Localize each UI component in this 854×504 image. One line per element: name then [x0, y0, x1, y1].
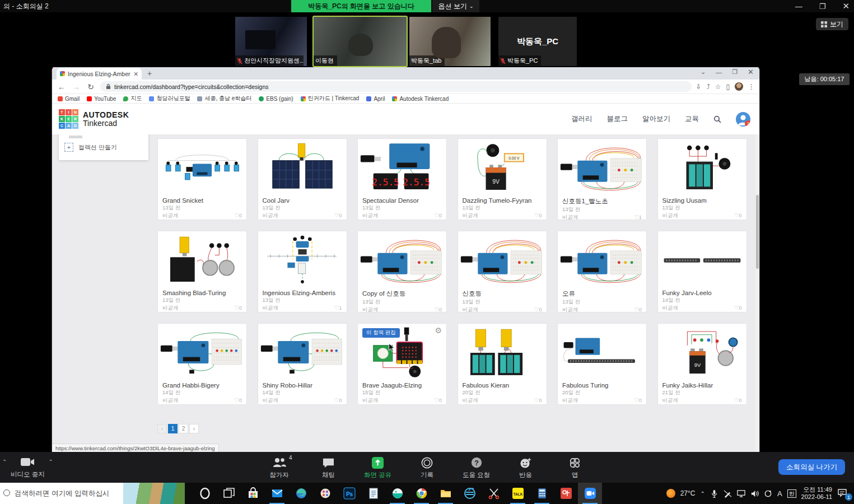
taskbar-app-ie[interactable] [458, 483, 482, 504]
design-card[interactable]: 오류13일 전비공개♡0 [557, 231, 647, 312]
bookmark-gmail[interactable]: Gmail [58, 96, 80, 102]
design-title[interactable]: Smashing Blad-Turing [162, 290, 242, 296]
apps-button[interactable]: 앱 [558, 456, 592, 479]
taskbar-app-chrome[interactable] [409, 483, 433, 504]
bookmark-chungdahm[interactable]: 청담러닝포털 [149, 95, 190, 102]
taskbar-app-kakaotalk[interactable] [506, 483, 530, 504]
design-card[interactable]: Ingenious Elzing-Amberis13일 전비공개♡1 [258, 231, 347, 312]
likes-count[interactable]: ♡0 [434, 397, 442, 404]
forward-button[interactable]: → [71, 82, 81, 91]
scrollbar-thumb[interactable] [756, 195, 759, 269]
bookmark-tinkercad[interactable]: 틴커카드 | Tinkercad [301, 95, 360, 102]
taskbar-app-notepad[interactable] [361, 483, 385, 504]
participant-video-active[interactable]: 이동현 [314, 17, 407, 66]
design-card[interactable]: 이 항목 편집⚙Brave Jaagub-Elzing15일 전비공개♡0 [357, 323, 447, 405]
taskbar-app-snip[interactable] [482, 483, 506, 504]
page-2-button[interactable]: 2 [179, 424, 188, 433]
design-card[interactable]: Smashing Blad-Turing13일 전비공개♡0 [157, 231, 247, 312]
browser-minimize-button[interactable]: — [716, 69, 722, 76]
tinkercad-logo[interactable]: TIN KER CAD [59, 109, 78, 129]
nav-education[interactable]: 교육 [685, 114, 699, 124]
back-button[interactable]: ← [57, 82, 67, 91]
nav-learn[interactable]: 알아보기 [642, 114, 670, 124]
page-scrollbar[interactable]: ▲ [755, 134, 759, 452]
bookmark-youtube[interactable]: YouTube [87, 96, 116, 102]
temperature-label[interactable]: 27°C [680, 489, 696, 497]
browser-profile-avatar[interactable] [735, 82, 743, 91]
design-title[interactable]: Ingenious Elzing-Amberis [263, 290, 342, 296]
browser-close-button[interactable]: ✕ [748, 68, 754, 76]
design-card[interactable]: Dazzling Tumelo-Fyyran13일 전비공개♡0 [458, 138, 547, 220]
design-title[interactable]: Funky Jaiks-Hillar [662, 382, 742, 389]
design-card[interactable]: Grand Snicket13일 전비공개♡0 [157, 138, 247, 220]
likes-count[interactable]: ♡0 [334, 397, 342, 404]
record-button[interactable]: 기록 [410, 456, 445, 479]
side-panel-icon[interactable]: ▯ [726, 83, 730, 91]
new-tab-button[interactable]: + [144, 68, 155, 79]
design-card[interactable]: 신호등13일 전비공개♡0 [458, 231, 547, 312]
likes-count[interactable]: ♡1 [634, 214, 642, 221]
profile-chevron-icon[interactable]: ⌄ [701, 68, 706, 76]
likes-count[interactable]: ♡0 [434, 212, 442, 220]
share-screen-button[interactable]: 화면 공유 [361, 456, 395, 479]
taskbar-app-opera[interactable] [193, 483, 217, 504]
bookmark-ebs[interactable]: EBS (gain) [259, 96, 293, 102]
design-title[interactable]: Sizzling Uusam [662, 197, 742, 204]
participant-video-off[interactable]: 박동욱_PC 박동욱_PC [498, 17, 577, 66]
design-title[interactable]: Copy of 신호등 [362, 290, 442, 298]
bookmark-autodesk-tinkercad[interactable]: Autodesk Tinkercad [392, 96, 449, 102]
design-card[interactable]: Shiny Robo-Hillar14일 전비공개♡0 [258, 323, 347, 405]
stop-video-button[interactable]: 비디오 중지 [8, 455, 47, 479]
design-title[interactable]: Fabulous Kieran [463, 382, 542, 389]
likes-count[interactable]: ♡0 [434, 306, 442, 314]
design-title[interactable]: 신호등 [463, 290, 542, 298]
nav-blog[interactable]: 블로그 [607, 114, 628, 124]
taskbar-app-whale[interactable] [385, 483, 409, 504]
participant-video[interactable]: 박동욱_tab [409, 17, 491, 66]
design-card[interactable]: Sizzling Uusam13일 전비공개♡0 [657, 138, 747, 220]
bookmark-elearning[interactable]: 세종, 충남 e학습터 [197, 95, 251, 102]
browser-menu-icon[interactable]: ⋮ [748, 83, 755, 91]
likes-count[interactable]: ♡0 [334, 212, 342, 220]
bookmark-star-icon[interactable]: ☆ [715, 83, 721, 91]
taskbar-app-paint[interactable] [313, 483, 337, 504]
page-next-button[interactable]: › [189, 424, 199, 433]
taskbar-app-photoshop[interactable] [337, 483, 361, 504]
tray-expand-chevron[interactable]: ⌃ [700, 491, 704, 497]
create-collection-button[interactable]: + 컬렉션 만들기 [64, 143, 143, 152]
likes-count[interactable]: ♡0 [534, 306, 542, 314]
likes-count[interactable]: ♡0 [234, 212, 242, 220]
nav-gallery[interactable]: 갤러리 [571, 114, 592, 124]
design-card[interactable]: Cool Jarv13일 전비공개♡0 [258, 138, 347, 220]
user-avatar[interactable]: 1 [736, 112, 750, 127]
edit-item-badge[interactable]: 이 항목 편집 [362, 328, 400, 338]
taskbar-app-explorer[interactable] [433, 483, 458, 504]
taskbar-app-store[interactable] [241, 483, 265, 504]
likes-count[interactable]: ♡0 [734, 212, 742, 220]
share-icon[interactable]: ⤴ [707, 83, 710, 91]
notification-center-button[interactable]: 1 [837, 488, 850, 498]
design-card[interactable]: 신호등1_빨노초13일 전비공개♡1 [557, 138, 647, 220]
design-title[interactable]: Cool Jarv [263, 197, 342, 204]
taskbar-app-hancom[interactable] [554, 483, 578, 504]
search-icon[interactable] [713, 115, 721, 123]
likes-count[interactable]: ♡0 [234, 397, 242, 404]
mic-options-chevron[interactable]: ⌃ [2, 459, 7, 465]
microphone-tray-icon[interactable] [710, 489, 718, 498]
design-card[interactable]: Funky Jarv-Leelo14일 전비공개♡0 [657, 231, 747, 312]
close-button[interactable]: ✕ [842, 1, 850, 11]
taskbar-app-mail[interactable] [265, 483, 289, 504]
display-tray-icon[interactable] [737, 489, 745, 498]
windows-search-box[interactable]: 검색하려면 여기에 입력하십시 [0, 483, 185, 504]
design-title[interactable]: Brave Jaagub-Elzing [362, 382, 442, 389]
design-title[interactable]: 오류 [562, 290, 642, 298]
likes-count[interactable]: ♡0 [734, 397, 742, 404]
address-bar[interactable]: tinkercad.com/dashboard?type=circuits&co… [100, 81, 692, 92]
bookmark-maps[interactable]: 지도 [123, 95, 142, 102]
likes-count[interactable]: ♡0 [534, 212, 542, 220]
design-title[interactable]: Shiny Robo-Hillar [263, 382, 342, 389]
design-card[interactable]: Funky Jaiks-Hillar21일 전비공개♡0 [657, 323, 747, 405]
participant-video[interactable]: 천안시직장맘지원센... [235, 17, 307, 66]
taskbar-app-taskview[interactable] [217, 483, 241, 504]
view-options-button[interactable]: 옵션 보기⌄ [432, 0, 479, 12]
